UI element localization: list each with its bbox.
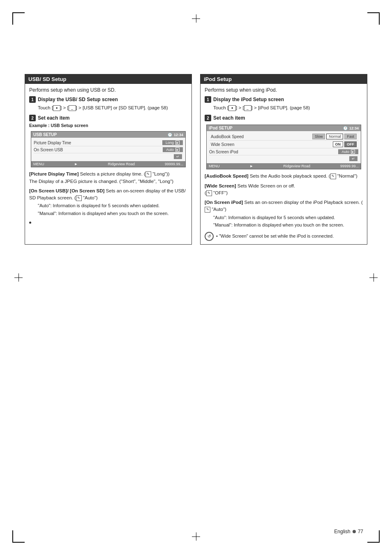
usb-device-header-title: USB SETUP <box>33 132 57 137</box>
speed-options: Slow Normal Fast <box>312 134 357 139</box>
ipod-desc3-sub1: "Auto": Information is displayed for 5 s… <box>213 214 363 221</box>
toggle-options: ON OFF <box>333 141 357 147</box>
corner-mark-br <box>367 530 380 543</box>
ipod-step2-label: 2 Set each item <box>205 115 363 121</box>
usb-row2-label: On Screen USB <box>34 148 63 152</box>
ipod-device-header-title: iPod SETUP <box>209 126 233 130</box>
usb-step2-label: 2 Set each item <box>29 115 187 121</box>
ipod-row1-label: AudioBook Speed <box>211 134 244 139</box>
ipod-title: iPod Setup <box>201 74 367 84</box>
footer-bullet <box>353 530 356 533</box>
usb-footer-distance: 99999.99... <box>165 162 183 166</box>
ipod-step1-num: 1 <box>205 96 211 103</box>
ipod-step1: 1 Display the iPod Setup screen Touch [●… <box>205 96 363 111</box>
ipod-row3-arrow[interactable]: ► <box>351 150 355 154</box>
ipod-clock-icon: 🕐 <box>343 126 348 130</box>
usb-row1-label: Picture Display Time <box>34 141 71 145</box>
ipod-row3-value: Auto ► <box>338 149 358 154</box>
usb-bullet <box>29 219 187 225</box>
usb-return-btn[interactable]: ↵ <box>174 154 182 159</box>
ipod-device-body: AudioBook Speed Slow Normal Fast Wide Sc… <box>207 131 361 163</box>
usb-step2-title: Set each item <box>38 115 69 121</box>
ipod-device-footer: MENU ► Ridgeview Road 99999.99... <box>207 163 361 169</box>
ipod-step2: 2 Set each item iPod SETUP 🕐 12:34 <box>205 115 363 169</box>
speed-normal[interactable]: Normal <box>326 134 343 139</box>
usb-row1: Picture Display Time Long ► <box>34 139 183 146</box>
usb-sd-body: Performs setup when using USB or SD. 1 D… <box>25 84 191 229</box>
ipod-desc3: [On Screen iPod] Sets an on-screen displ… <box>205 199 363 229</box>
clock-icon: 🕐 <box>168 133 172 137</box>
main-content: USB/ SD Setup Performs setup when using … <box>25 74 367 245</box>
pencil-icon-2: ✎ <box>76 195 82 201</box>
ipod-desc2: [Wide Screen] Sets Wide Screen on or off… <box>205 183 363 197</box>
nav-icon-home: ● <box>53 105 60 111</box>
usb-desc1: [Picture Display Time] Selects a picture… <box>29 171 187 185</box>
toggle-on[interactable]: ON <box>333 141 344 147</box>
usb-sd-title: USB/ SD Setup <box>25 74 191 84</box>
speed-slow[interactable]: Slow <box>312 134 325 139</box>
usb-device-mockup: USB SETUP 🕐 12:34 Picture Display Time L… <box>31 131 186 167</box>
nav-icon-home-ipod: ● <box>228 105 236 111</box>
pencil-icon-5: ✎ <box>205 207 210 213</box>
ipod-footer-location: Ridgeview Road <box>283 164 310 168</box>
ipod-row2-label: Wide Screen <box>211 142 234 147</box>
ipod-footer-distance: 99999.99... <box>340 164 359 168</box>
ipod-row3: On Screen iPod Auto ► <box>209 148 358 155</box>
ipod-desc3-key: [On Screen iPod] <box>205 200 243 205</box>
ipod-desc2-text: Sets Wide Screen on or off. <box>238 183 295 188</box>
ipod-desc1-text: Sets the Audio book playback speed. (✎ "… <box>250 173 357 178</box>
ipod-return-btn[interactable]: ↵ <box>349 156 357 161</box>
ipod-device-mockup: iPod SETUP 🕐 12:34 AudioBook Speed Slow <box>206 125 361 169</box>
toggle-off[interactable]: OFF <box>344 141 357 147</box>
ipod-step2-num: 2 <box>205 115 211 121</box>
corner-mark-tr <box>367 12 380 25</box>
usb-footer-menu[interactable]: MENU <box>33 162 44 166</box>
usb-row1-value: Long ► <box>162 140 183 145</box>
usb-desc2-sub2: "Manual": Information is displayed when … <box>38 210 187 217</box>
crosshair-left <box>14 273 23 282</box>
usb-step2-num: 2 <box>29 115 36 121</box>
nav-icon-menu-ipod: ⎯ <box>244 105 251 111</box>
usb-desc1-extra: The Display of a JPEG picture is changed… <box>29 179 173 184</box>
usb-step1: 1 Display the USB/ SD Setup screen Touch… <box>29 96 187 111</box>
usb-sd-section: USB/ SD Setup Performs setup when using … <box>25 74 192 245</box>
ipod-section: iPod Setup Performs setup when using iPo… <box>200 74 367 245</box>
pencil-icon-1: ✎ <box>145 171 151 177</box>
usb-desc1-default: "Long") <box>152 171 168 176</box>
ipod-step1-title: Display the iPod Setup screen <box>213 97 284 102</box>
usb-example-label: Example : USB Setup screen <box>29 123 187 128</box>
ipod-note-text: • "Wide Screen" cannot be set while the … <box>216 233 334 240</box>
ipod-note: ↺ • "Wide Screen" cannot be set while th… <box>205 233 363 241</box>
usb-footer-location: Ridgeview Road <box>108 162 135 166</box>
crosshair-right <box>369 273 378 282</box>
ipod-return-area: ↵ <box>209 155 358 162</box>
page-footer: English 77 <box>334 529 363 534</box>
ipod-footer-menu[interactable]: MENU <box>209 164 220 168</box>
usb-device-body: Picture Display Time Long ► On Screen US… <box>31 138 185 161</box>
pencil-icon-3: ✎ <box>330 173 336 179</box>
ipod-footer-nav-icon: ► <box>249 164 253 168</box>
bullet-icon <box>29 222 31 224</box>
footer-language: English <box>334 529 350 534</box>
ipod-row3-label: On Screen iPod <box>209 150 238 154</box>
footer-page: 77 <box>358 529 363 534</box>
corner-mark-tl <box>12 12 25 25</box>
usb-desc2: [On Screen USB]/ [On Screen SD] Sets an … <box>29 187 187 217</box>
ipod-body: Performs setup when using iPod. 1 Displa… <box>201 84 367 244</box>
usb-step1-label: 1 Display the USB/ SD Setup screen <box>29 96 187 103</box>
note-icon: ↺ <box>205 232 214 241</box>
usb-device-footer: MENU ► Ridgeview Road 99999.99... <box>31 161 185 167</box>
usb-desc1-key: [Picture Display Time] <box>29 171 79 176</box>
usb-step1-title: Display the USB/ SD Setup screen <box>38 97 118 102</box>
usb-row1-arrow[interactable]: ► <box>175 141 180 145</box>
speed-fast[interactable]: Fast <box>344 134 357 139</box>
usb-row2-arrow[interactable]: ► <box>175 148 180 152</box>
usb-device-header: USB SETUP 🕐 12:34 <box>31 132 185 138</box>
usb-footer-nav-icon: ► <box>74 162 78 166</box>
ipod-wide-row: Wide Screen ON OFF <box>209 141 358 148</box>
corner-mark-bl <box>12 530 25 543</box>
ipod-step1-label: 1 Display the iPod Setup screen <box>205 96 363 103</box>
ipod-speed-row: AudioBook Speed Slow Normal Fast <box>209 133 358 141</box>
ipod-device-header-right: 🕐 12:34 <box>343 126 359 130</box>
usb-sd-intro: Performs setup when using USB or SD. <box>29 87 187 93</box>
